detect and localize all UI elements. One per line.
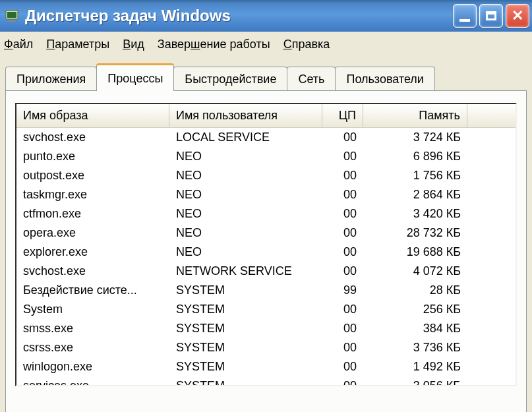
tab-processes[interactable]: Процессы bbox=[96, 63, 174, 91]
menu-shutdown[interactable]: Завершение работы bbox=[158, 38, 270, 51]
maximize-button[interactable] bbox=[479, 4, 503, 28]
cell-user: NETWORK SERVICE bbox=[169, 264, 322, 278]
cell-cpu: 00 bbox=[322, 188, 363, 202]
menubar: Файл Параметры Вид Завершение работы Спр… bbox=[0, 32, 532, 57]
cell-memory: 28 732 КБ bbox=[363, 226, 467, 240]
col-header-user[interactable]: Имя пользователя bbox=[169, 104, 322, 127]
table-row[interactable]: taskmgr.exeNEO002 864 КБ bbox=[16, 185, 516, 204]
cell-memory: 3 724 КБ bbox=[363, 131, 467, 144]
cell-cpu: 00 bbox=[322, 379, 363, 386]
cell-cpu: 00 bbox=[322, 341, 363, 355]
cell-memory: 3 420 КБ bbox=[363, 207, 467, 221]
cell-image: outpost.exe bbox=[16, 169, 169, 183]
cell-user: LOCAL SERVICE bbox=[169, 131, 322, 144]
minimize-button[interactable] bbox=[453, 4, 477, 28]
svg-rect-1 bbox=[7, 12, 16, 18]
titlebar: Диспетчер задач Windows ✕ bbox=[0, 0, 532, 32]
cell-memory: 19 688 КБ bbox=[363, 245, 467, 259]
cell-image: taskmgr.exe bbox=[16, 188, 169, 202]
cell-cpu: 00 bbox=[322, 131, 363, 144]
tab-performance[interactable]: Быстродействие bbox=[173, 67, 287, 90]
cell-user: NEO bbox=[169, 226, 322, 240]
cell-cpu: 00 bbox=[322, 264, 363, 278]
menu-view[interactable]: Вид bbox=[123, 38, 144, 51]
cell-user: NEO bbox=[169, 188, 322, 202]
cell-memory: 28 КБ bbox=[363, 283, 467, 297]
cell-cpu: 00 bbox=[322, 322, 363, 336]
table-row[interactable]: SystemSYSTEM00256 КБ bbox=[16, 300, 516, 319]
cell-user: NEO bbox=[169, 169, 322, 183]
cell-user: SYSTEM bbox=[169, 379, 322, 386]
cell-image: opera.exe bbox=[16, 226, 169, 240]
table-row[interactable]: smss.exeSYSTEM00384 КБ bbox=[16, 319, 516, 338]
cell-user: SYSTEM bbox=[169, 322, 322, 336]
table-row[interactable]: svchost.exeLOCAL SERVICE003 724 КБ bbox=[16, 128, 516, 147]
menu-file[interactable]: Файл bbox=[4, 38, 33, 51]
tab-applications[interactable]: Приложения bbox=[5, 67, 97, 90]
cell-user: NEO bbox=[169, 150, 322, 163]
table-row[interactable]: services.exeSYSTEM003 056 КБ bbox=[16, 376, 516, 386]
window-title: Диспетчер задач Windows bbox=[25, 7, 231, 25]
cell-memory: 4 072 КБ bbox=[363, 264, 467, 278]
list-body: svchost.exeLOCAL SERVICE003 724 КБpunto.… bbox=[16, 128, 516, 386]
cell-image: System bbox=[16, 303, 169, 316]
tab-users[interactable]: Пользователи bbox=[335, 67, 434, 90]
cell-cpu: 00 bbox=[322, 303, 363, 316]
cell-image: csrss.exe bbox=[16, 341, 169, 355]
cell-memory: 2 864 КБ bbox=[363, 188, 467, 202]
cell-cpu: 00 bbox=[322, 169, 363, 183]
table-row[interactable]: punto.exeNEO006 896 КБ bbox=[16, 147, 516, 166]
table-row[interactable]: svchost.exeNETWORK SERVICE004 072 КБ bbox=[16, 262, 516, 281]
cell-user: SYSTEM bbox=[169, 303, 322, 316]
cell-memory: 384 КБ bbox=[363, 322, 467, 336]
cell-image: smss.exe bbox=[16, 322, 169, 336]
col-header-pad bbox=[467, 104, 516, 127]
tab-networking[interactable]: Сеть bbox=[287, 67, 336, 90]
cell-image: explorer.exe bbox=[16, 245, 169, 259]
close-button[interactable]: ✕ bbox=[506, 4, 529, 28]
cell-image: Бездействие систе... bbox=[16, 283, 169, 297]
cell-cpu: 00 bbox=[322, 150, 363, 163]
tabstrip: Приложения Процессы Быстродействие Сеть … bbox=[5, 63, 527, 90]
table-row[interactable]: winlogon.exeSYSTEM001 492 КБ bbox=[16, 357, 516, 376]
app-icon bbox=[5, 9, 18, 22]
window-controls: ✕ bbox=[453, 4, 532, 28]
cell-memory: 1 492 КБ bbox=[363, 360, 467, 374]
menu-help[interactable]: Справка bbox=[283, 38, 330, 51]
cell-memory: 3 056 КБ bbox=[363, 379, 467, 386]
cell-cpu: 00 bbox=[322, 226, 363, 240]
cell-cpu: 00 bbox=[322, 207, 363, 221]
cell-user: SYSTEM bbox=[169, 360, 322, 374]
cell-image: services.exe bbox=[16, 379, 169, 386]
cell-image: winlogon.exe bbox=[16, 360, 169, 374]
table-row[interactable]: ctfmon.exeNEO003 420 КБ bbox=[16, 204, 516, 223]
cell-user: SYSTEM bbox=[169, 341, 322, 355]
table-row[interactable]: csrss.exeSYSTEM003 736 КБ bbox=[16, 338, 516, 357]
svg-rect-2 bbox=[9, 20, 15, 22]
cell-image: ctfmon.exe bbox=[16, 207, 169, 221]
cell-user: NEO bbox=[169, 245, 322, 259]
cell-memory: 6 896 КБ bbox=[363, 150, 467, 163]
table-row[interactable]: Бездействие систе...SYSTEM9928 КБ bbox=[16, 281, 516, 300]
table-row[interactable]: opera.exeNEO0028 732 КБ bbox=[16, 223, 516, 243]
cell-cpu: 00 bbox=[322, 360, 363, 374]
cell-user: SYSTEM bbox=[169, 283, 322, 297]
process-list[interactable]: Имя образа Имя пользователя ЦП Память sv… bbox=[15, 103, 517, 386]
col-header-memory[interactable]: Память bbox=[363, 104, 467, 127]
list-header: Имя образа Имя пользователя ЦП Память bbox=[16, 104, 516, 128]
tab-content: Имя образа Имя пользователя ЦП Память sv… bbox=[5, 90, 527, 412]
cell-cpu: 00 bbox=[322, 245, 363, 259]
tab-area: Приложения Процессы Быстродействие Сеть … bbox=[0, 57, 532, 412]
menu-params[interactable]: Параметры bbox=[46, 38, 109, 51]
cell-image: svchost.exe bbox=[16, 264, 169, 278]
cell-image: svchost.exe bbox=[16, 131, 169, 144]
table-row[interactable]: outpost.exeNEO001 756 КБ bbox=[16, 166, 516, 185]
cell-cpu: 99 bbox=[322, 283, 363, 297]
col-header-cpu[interactable]: ЦП bbox=[322, 104, 363, 127]
cell-image: punto.exe bbox=[16, 150, 169, 163]
cell-memory: 256 КБ bbox=[363, 303, 467, 316]
table-row[interactable]: explorer.exeNEO0019 688 КБ bbox=[16, 243, 516, 262]
cell-memory: 3 736 КБ bbox=[363, 341, 467, 355]
col-header-image[interactable]: Имя образа bbox=[16, 104, 169, 127]
cell-user: NEO bbox=[169, 207, 322, 221]
